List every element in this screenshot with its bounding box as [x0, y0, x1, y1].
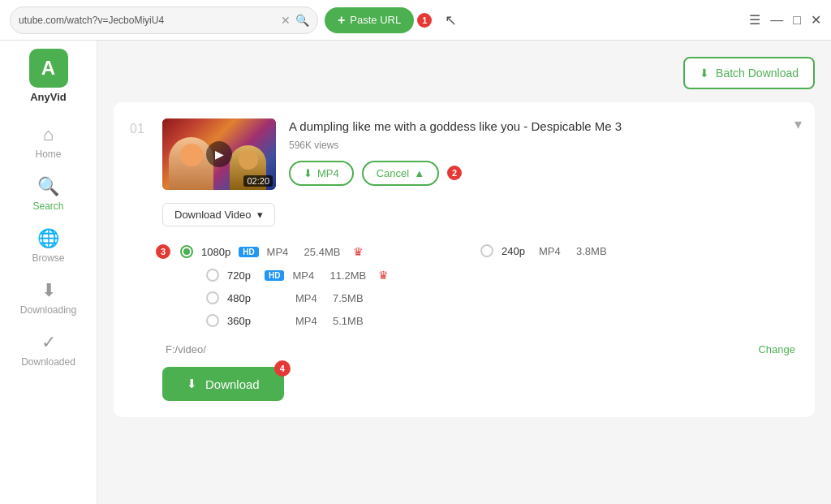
save-path-row: F:/video/ Change	[162, 343, 799, 355]
video-title: A dumpling like me with a goddess like y…	[289, 118, 799, 135]
search-label: Search	[32, 200, 63, 212]
video-header: 01 ▶ 02:20 A dumpling like m	[130, 118, 799, 190]
size-240p: 3.8MB	[576, 245, 617, 257]
download-button[interactable]: ⬇ Download 4	[162, 367, 284, 401]
radio-720p[interactable]	[206, 269, 219, 282]
card-dropdown-icon[interactable]: ▾	[794, 115, 802, 133]
radio-480p[interactable]	[206, 291, 219, 304]
hd-badge-1080p: HD	[239, 247, 258, 257]
crown-1080p-icon: ♛	[353, 245, 364, 258]
video-actions: ⬇ MP4 Cancel ▲ 2	[289, 161, 799, 186]
search-icon[interactable]: 🔍	[295, 14, 309, 27]
downloaded-icon: ✓	[41, 332, 56, 353]
format-720p: MP4	[292, 269, 321, 282]
window-controls: ☰ — □ ✕	[749, 12, 821, 28]
hd-badge-720p: HD	[265, 270, 284, 281]
downloaded-label: Downloaded	[21, 356, 75, 368]
download-options: Download Video ▾ 3 1080p HD MP	[130, 203, 799, 401]
quality-col-right: 240p MP4 3.8MB	[480, 239, 799, 332]
sidebar: A AnyVid ⌂ Home 🔍 Search 🌐 Browse ⬇ Down…	[0, 41, 97, 504]
browse-label: Browse	[32, 252, 64, 264]
download-type-label: Download Video	[174, 209, 251, 221]
cancel-chevron-icon: ▲	[414, 167, 424, 179]
logo-letter: A	[41, 57, 55, 80]
main-layout: A AnyVid ⌂ Home 🔍 Search 🌐 Browse ⬇ Down…	[0, 41, 831, 504]
search-nav-icon: 🔍	[37, 176, 59, 197]
batch-download-label: Batch Download	[716, 67, 799, 80]
sidebar-item-search[interactable]: 🔍 Search	[0, 168, 97, 220]
sidebar-item-downloading[interactable]: ⬇ Downloading	[0, 272, 97, 324]
quality-720p-label: 720p	[227, 269, 256, 282]
paste-notification-badge: 1	[417, 13, 432, 28]
type-selector: Download Video ▾	[162, 203, 799, 226]
close-icon[interactable]: ✕	[811, 12, 821, 28]
change-path-link[interactable]: Change	[758, 343, 795, 355]
batch-download-button[interactable]: ⬇ Batch Download	[683, 57, 815, 89]
sidebar-item-downloaded[interactable]: ✓ Downloaded	[0, 324, 97, 376]
radio-360p[interactable]	[206, 314, 219, 327]
batch-download-icon: ⬇	[700, 67, 709, 80]
size-360p: 5.1MB	[333, 315, 373, 327]
sidebar-item-browse[interactable]: 🌐 Browse	[0, 220, 97, 272]
quality-1080p-label: 1080p	[201, 246, 230, 258]
video-duration: 02:20	[243, 175, 273, 187]
paste-url-label: Paste URL	[350, 14, 401, 26]
format-1080p: MP4	[267, 246, 296, 258]
download-step-badge: 4	[274, 360, 291, 377]
cancel-badge: 2	[447, 166, 462, 180]
video-card: ▾ 01 ▶ 02:20	[114, 102, 815, 417]
quality-360p-label: 360p	[227, 315, 256, 327]
type-select-arrow: ▾	[257, 209, 263, 221]
browse-icon: 🌐	[37, 228, 59, 249]
size-720p: 11.2MB	[329, 269, 370, 282]
url-bar: utube.com/watch?v=JecboMiyiU4 ✕ 🔍	[10, 6, 318, 34]
save-path-text: F:/video/	[166, 343, 206, 355]
cancel-label: Cancel	[377, 167, 409, 179]
quality-row-360p[interactable]: 360p MP4 5.1MB	[162, 309, 480, 332]
downloading-label: Downloading	[20, 304, 76, 316]
logo-area: A AnyVid	[29, 49, 68, 103]
mp4-label: MP4	[317, 167, 339, 179]
paste-url-button[interactable]: + Paste URL	[325, 7, 414, 33]
sidebar-item-home[interactable]: ⌂ Home	[0, 116, 97, 168]
size-480p: 7.5MB	[333, 292, 373, 304]
menu-icon[interactable]: ☰	[749, 12, 760, 28]
download-type-select[interactable]: Download Video ▾	[162, 203, 275, 226]
home-icon: ⌂	[43, 124, 54, 145]
download-arrow-icon: ⬇	[304, 167, 312, 179]
cursor-icon: ↖	[445, 11, 457, 29]
url-clear-icon[interactable]: ✕	[281, 14, 291, 27]
downloading-icon: ⬇	[41, 280, 56, 301]
radio-1080p[interactable]	[180, 245, 193, 258]
cancel-button[interactable]: Cancel ▲	[362, 161, 439, 186]
crown-720p-icon: ♛	[378, 269, 389, 282]
format-360p: MP4	[295, 315, 325, 327]
url-text: utube.com/watch?v=JecboMiyiU4	[19, 15, 276, 26]
video-views: 596K views	[289, 140, 799, 151]
video-number: 01	[130, 118, 149, 136]
minimize-icon[interactable]: —	[770, 13, 783, 28]
step3-badge: 3	[156, 244, 170, 259]
play-button[interactable]: ▶	[206, 141, 232, 167]
app-logo: A	[29, 49, 68, 88]
quality-row-480p[interactable]: 480p MP4 7.5MB	[162, 286, 480, 309]
quality-grid: 3 1080p HD MP4 25.4MB ♛	[162, 239, 799, 332]
video-thumbnail: ▶ 02:20	[162, 118, 276, 190]
format-480p: MP4	[295, 292, 325, 304]
quality-col-left: 3 1080p HD MP4 25.4MB ♛	[162, 239, 480, 332]
download-btn-label: Download	[205, 377, 260, 391]
quality-row-720p[interactable]: 720p HD MP4 11.2MB ♛	[162, 264, 480, 286]
maximize-icon[interactable]: □	[793, 13, 801, 28]
quality-row-1080p[interactable]: 3 1080p HD MP4 25.4MB ♛	[162, 239, 480, 264]
format-240p: MP4	[539, 245, 568, 257]
plus-icon: +	[338, 13, 345, 28]
radio-240p[interactable]	[480, 244, 493, 257]
quality-480p-label: 480p	[227, 292, 256, 304]
mp4-button[interactable]: ⬇ MP4	[289, 161, 354, 186]
home-label: Home	[35, 149, 61, 160]
app-name: AnyVid	[30, 91, 67, 103]
download-btn-icon: ⬇	[187, 377, 197, 391]
content-area: ⬇ Batch Download ▾ 01	[97, 41, 831, 504]
video-info: A dumpling like me with a goddess like y…	[289, 118, 799, 186]
quality-row-240p[interactable]: 240p MP4 3.8MB	[480, 239, 799, 262]
